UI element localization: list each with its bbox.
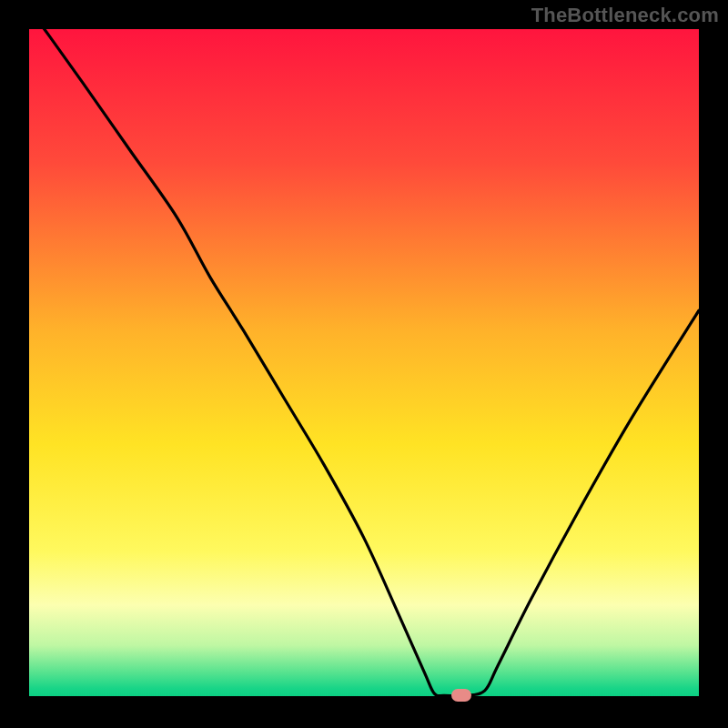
plot-area (29, 29, 699, 699)
baseline (29, 696, 699, 699)
gradient-background (29, 29, 699, 699)
watermark-text: TheBottleneck.com (531, 4, 719, 27)
chart-frame: TheBottleneck.com (0, 0, 728, 728)
optimal-point-marker (451, 689, 471, 702)
plot-svg (29, 29, 699, 699)
